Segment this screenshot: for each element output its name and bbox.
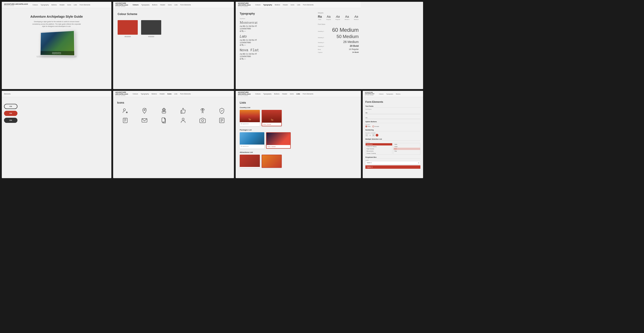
nav-icons-6[interactable]: Icons: [290, 93, 294, 95]
font-lato-special: &?$,—: [240, 44, 312, 46]
nav-header[interactable]: Header: [60, 4, 64, 6]
svg-point-1: [144, 109, 145, 111]
btn-dark[interactable]: ON: [4, 118, 18, 123]
envelope-icon: [137, 117, 153, 124]
icons-grid: PDF: [117, 108, 230, 124]
nav-buttons-7[interactable]: Buttons: [396, 93, 400, 95]
nav-icons-5-active[interactable]: Icons: [168, 93, 172, 95]
idle-input[interactable]: [366, 117, 420, 119]
nav-header-2[interactable]: Header: [160, 4, 165, 6]
btn-outline[interactable]: ON: [4, 104, 18, 109]
attractions-list-label: Attractions List: [240, 151, 357, 153]
radio-female[interactable]: Female: [372, 126, 379, 127]
nav-typography-2[interactable]: Typography: [141, 4, 150, 6]
radio-male[interactable]: Male: [366, 126, 370, 127]
nav-buttons[interactable]: Buttons: [52, 4, 57, 6]
nav-cover: ADVENTURE ARCHIPELAGO STYLE GUIDE Colour…: [2, 2, 111, 8]
nav-typography-6[interactable]: Typography: [263, 93, 272, 95]
attractions-card-img-2: [262, 155, 282, 167]
weights-section: Weights Ra Bold Aa Regular Aa: [318, 12, 359, 20]
nav-colours[interactable]: Colours: [32, 4, 38, 6]
nav-lists[interactable]: Lists: [74, 4, 77, 6]
country-card-status-1: Idle appearance: [240, 123, 259, 124]
nav-icons[interactable]: Icons: [67, 4, 71, 6]
multiselect-label: Multiple Selection List: [366, 138, 420, 141]
multiselect-item-star[interactable]: Star: [394, 150, 420, 152]
nav-lists-5[interactable]: Lists: [174, 93, 177, 95]
nav-form-2[interactable]: Form Elements: [180, 4, 191, 6]
font-size-body-name: Body: [318, 49, 327, 50]
nav-typography-3-active[interactable]: Typography: [263, 4, 272, 6]
typography-right: Weights Ra Bold Aa Regular Aa: [316, 8, 361, 89]
stepper-minus[interactable]: −: [366, 134, 368, 137]
list-item[interactable]: [240, 155, 260, 168]
multiselect-item-adventure[interactable]: Adventure: [366, 143, 392, 145]
btn-red[interactable]: ON: [4, 111, 18, 116]
shield-check-icon: [214, 108, 230, 114]
packages-card-info-1: Idle appearance: [240, 145, 264, 148]
nav-typography-7[interactable]: Typography: [386, 93, 393, 95]
nav-buttons-5[interactable]: Buttons: [152, 93, 157, 95]
swatch-dark: #333333: [141, 20, 161, 37]
typography-title: Typography: [240, 12, 312, 15]
swatch-label-red: #EA3000: [118, 36, 138, 37]
packages-list-section: Packages List Idle appearance: [240, 129, 357, 149]
nav-form-6[interactable]: Form Elements: [303, 93, 313, 95]
nav-lists-6-active[interactable]: Lists: [296, 93, 300, 95]
multiselect-item-night[interactable]: Night: [394, 145, 420, 148]
multiselect-item-eve[interactable]: Eve: [394, 148, 420, 150]
font-lato-chars: Aa Bb Cc Dd Ee Ff: [240, 39, 312, 41]
multiselect-item-monuments[interactable]: Monuments: [366, 150, 392, 152]
nav-buttons-6[interactable]: Buttons: [274, 93, 280, 95]
full-name-input[interactable]: [366, 112, 420, 114]
nav-lists-2[interactable]: Lists: [174, 4, 178, 6]
multiselect-list-2[interactable]: Safa Night Eve Star: [393, 143, 420, 155]
logo-text-2: ADVENTUREARCHIPELAGO: [116, 3, 128, 6]
font-size-h2-name: Heading 2: [318, 37, 327, 38]
font-size-h1-name: Heading 1: [318, 31, 327, 32]
country-card-info-2: Active / hovered: [262, 123, 281, 126]
nav-header-3[interactable]: Header: [283, 4, 288, 6]
nav-icons-3[interactable]: Icons: [291, 4, 294, 6]
nav-buttons-3[interactable]: Buttons: [275, 4, 280, 6]
list-item[interactable]: [262, 155, 282, 168]
logo-area-7: ADVENTUREARCHIPELAGO STYLE GUIDE: [365, 92, 374, 96]
list-item[interactable]: Active - hovered: [266, 132, 291, 149]
multiselect-list-1[interactable]: Adventure Culture & History Night Events…: [366, 143, 392, 155]
nav-colours-3[interactable]: Colours: [255, 4, 260, 6]
multiselect-item-safa[interactable]: Safa: [394, 143, 420, 145]
weight-regular2-name: Regular: [336, 19, 340, 20]
stepper-plus[interactable]: +: [372, 134, 375, 137]
lists-content: Lists Country List 🐎 Idle appearance: [236, 97, 361, 175]
dropdown-selected-option[interactable]: Option 1: [366, 165, 420, 169]
nav-icons-2[interactable]: Icons: [168, 4, 172, 6]
country-card-img-2: 🐎: [262, 110, 282, 123]
country-card-status-2: Active / hovered: [263, 124, 280, 125]
nav-header-5[interactable]: Header: [160, 93, 165, 95]
multiselect-item-cruising[interactable]: Ocean Cruising: [366, 152, 392, 154]
nav-form-3[interactable]: Form Elements: [303, 4, 314, 6]
nav-colours-active[interactable]: Colours: [132, 4, 138, 6]
logo-text-6: ADVENTUREARCHIPELAGO: [238, 92, 251, 95]
nav-typography-5[interactable]: Typography: [141, 93, 149, 95]
swatch-box-dark: [141, 20, 161, 35]
nav-colours-7[interactable]: Colours: [379, 93, 384, 95]
nav-form-5[interactable]: Form Elements: [180, 93, 190, 95]
multiselect-item-culture[interactable]: Culture & History: [366, 145, 392, 148]
list-item[interactable]: 🐎 Idle appearance: [240, 110, 260, 126]
nav-typography[interactable]: Typography: [41, 4, 49, 6]
nav-colours-5[interactable]: Colours: [132, 93, 138, 95]
nav-form[interactable]: Form Elements: [80, 4, 90, 6]
weight-medium1-ra: Aa: [344, 15, 349, 18]
thumbs-up-icon: [175, 108, 192, 114]
dropdown-box[interactable]: Option 1 ▾: [366, 161, 420, 164]
typeface-label: Typeface: [240, 18, 245, 19]
list-item[interactable]: 🐎 Active / hovered: [262, 110, 282, 126]
multiselect-item-nightevents[interactable]: Night Events: [366, 148, 392, 150]
list-item[interactable]: Idle appearance: [240, 132, 264, 149]
nav-header-6[interactable]: Header: [282, 93, 287, 95]
weight-regular-2: Aa Regular: [336, 15, 340, 20]
nav-buttons-2[interactable]: Buttons: [152, 4, 158, 6]
nav-colours-6[interactable]: Colours: [255, 93, 260, 95]
nav-lists-3[interactable]: Lists: [297, 4, 300, 6]
